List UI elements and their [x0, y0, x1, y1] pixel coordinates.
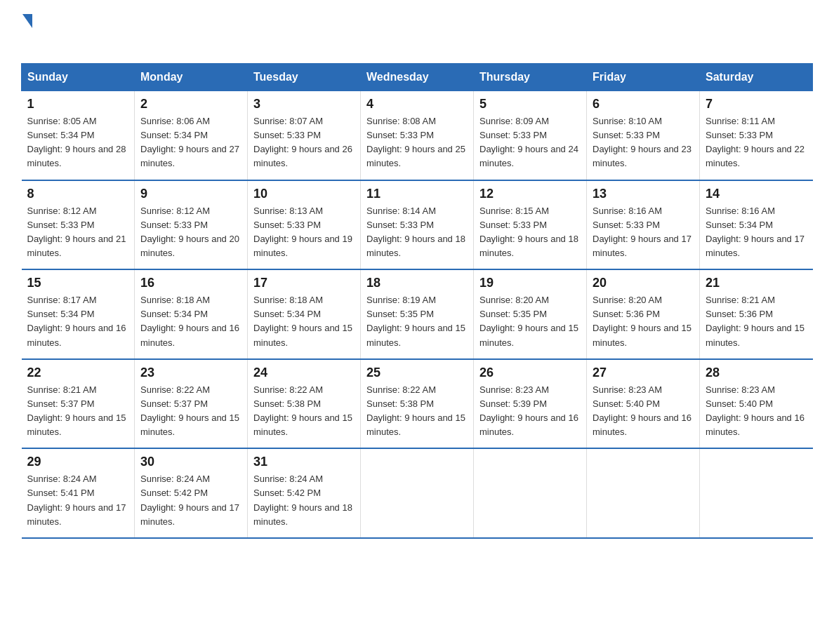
day-number: 19 [479, 276, 581, 290]
calendar-cell [700, 448, 813, 538]
day-number: 2 [140, 97, 241, 112]
day-info: Sunrise: 8:20 AMSunset: 5:35 PMDaylight:… [479, 293, 581, 350]
day-info: Sunrise: 8:06 AMSunset: 5:34 PMDaylight:… [140, 114, 241, 171]
day-number: 28 [706, 365, 807, 380]
calendar-cell: 4 Sunrise: 8:08 AMSunset: 5:33 PMDayligh… [361, 91, 474, 180]
header-col-thursday: Thursday [474, 64, 587, 91]
calendar-cell: 30 Sunrise: 8:24 AMSunset: 5:42 PMDaylig… [135, 448, 248, 538]
day-number: 8 [27, 187, 129, 201]
day-info: Sunrise: 8:22 AMSunset: 5:38 PMDaylight:… [253, 383, 355, 440]
day-info: Sunrise: 8:24 AMSunset: 5:41 PMDaylight:… [27, 472, 129, 529]
day-number: 11 [366, 187, 468, 201]
day-info: Sunrise: 8:21 AMSunset: 5:37 PMDaylight:… [27, 383, 129, 440]
calendar-cell: 13 Sunrise: 8:16 AMSunset: 5:33 PMDaylig… [587, 180, 700, 270]
day-info: Sunrise: 8:16 AMSunset: 5:34 PMDaylight:… [706, 204, 807, 261]
calendar-cell: 17 Sunrise: 8:18 AMSunset: 5:34 PMDaylig… [248, 269, 361, 359]
day-number: 15 [27, 276, 129, 290]
day-info: Sunrise: 8:05 AMSunset: 5:34 PMDaylight:… [27, 114, 129, 171]
day-number: 26 [479, 365, 581, 380]
day-number: 18 [366, 276, 468, 290]
header-col-wednesday: Wednesday [361, 64, 474, 91]
calendar-cell: 26 Sunrise: 8:23 AMSunset: 5:39 PMDaylig… [474, 359, 587, 449]
header-col-sunday: Sunday [22, 64, 135, 91]
day-info: Sunrise: 8:12 AMSunset: 5:33 PMDaylight:… [140, 204, 241, 261]
day-info: Sunrise: 8:18 AMSunset: 5:34 PMDaylight:… [253, 293, 355, 350]
calendar-week-row: 22 Sunrise: 8:21 AMSunset: 5:37 PMDaylig… [22, 359, 813, 449]
calendar-cell: 20 Sunrise: 8:20 AMSunset: 5:36 PMDaylig… [587, 269, 700, 359]
day-number: 20 [593, 276, 694, 290]
calendar-cell: 6 Sunrise: 8:10 AMSunset: 5:33 PMDayligh… [587, 91, 700, 180]
day-number: 24 [253, 365, 355, 380]
day-info: Sunrise: 8:16 AMSunset: 5:33 PMDaylight:… [593, 204, 694, 261]
day-number: 17 [253, 276, 355, 290]
day-number: 1 [27, 97, 129, 112]
day-info: Sunrise: 8:10 AMSunset: 5:33 PMDaylight:… [593, 114, 694, 171]
calendar-cell: 8 Sunrise: 8:12 AMSunset: 5:33 PMDayligh… [22, 180, 135, 270]
calendar-cell: 12 Sunrise: 8:15 AMSunset: 5:33 PMDaylig… [474, 180, 587, 270]
header-col-monday: Monday [135, 64, 248, 91]
calendar-cell: 1 Sunrise: 8:05 AMSunset: 5:34 PMDayligh… [22, 91, 135, 180]
calendar-cell: 5 Sunrise: 8:09 AMSunset: 5:33 PMDayligh… [474, 91, 587, 180]
day-info: Sunrise: 8:23 AMSunset: 5:40 PMDaylight:… [706, 383, 807, 440]
day-number: 10 [253, 187, 355, 201]
day-number: 9 [140, 187, 241, 201]
calendar-cell: 21 Sunrise: 8:21 AMSunset: 5:36 PMDaylig… [700, 269, 813, 359]
calendar-cell [587, 448, 700, 538]
day-number: 22 [27, 365, 129, 380]
day-number: 3 [253, 97, 355, 112]
day-info: Sunrise: 8:08 AMSunset: 5:33 PMDaylight:… [366, 114, 468, 171]
day-number: 13 [593, 187, 694, 201]
calendar-cell: 15 Sunrise: 8:17 AMSunset: 5:34 PMDaylig… [22, 269, 135, 359]
day-number: 27 [593, 365, 694, 380]
calendar-cell: 24 Sunrise: 8:22 AMSunset: 5:38 PMDaylig… [248, 359, 361, 449]
calendar-week-row: 29 Sunrise: 8:24 AMSunset: 5:41 PMDaylig… [22, 448, 813, 538]
day-info: Sunrise: 8:20 AMSunset: 5:36 PMDaylight:… [593, 293, 694, 350]
day-info: Sunrise: 8:18 AMSunset: 5:34 PMDaylight:… [140, 293, 241, 350]
day-info: Sunrise: 8:24 AMSunset: 5:42 PMDaylight:… [140, 472, 241, 529]
day-info: Sunrise: 8:12 AMSunset: 5:33 PMDaylight:… [27, 204, 129, 261]
calendar-cell: 16 Sunrise: 8:18 AMSunset: 5:34 PMDaylig… [135, 269, 248, 359]
day-info: Sunrise: 8:23 AMSunset: 5:40 PMDaylight:… [593, 383, 694, 440]
logo-triangle-icon [22, 14, 32, 28]
day-number: 30 [140, 455, 241, 469]
calendar-cell: 25 Sunrise: 8:22 AMSunset: 5:38 PMDaylig… [361, 359, 474, 449]
calendar-week-row: 8 Sunrise: 8:12 AMSunset: 5:33 PMDayligh… [22, 180, 813, 270]
day-number: 25 [366, 365, 468, 380]
logo [21, 14, 34, 51]
calendar-cell: 29 Sunrise: 8:24 AMSunset: 5:41 PMDaylig… [22, 448, 135, 538]
day-number: 21 [706, 276, 807, 290]
calendar-cell: 14 Sunrise: 8:16 AMSunset: 5:34 PMDaylig… [700, 180, 813, 270]
calendar-cell: 3 Sunrise: 8:07 AMSunset: 5:33 PMDayligh… [248, 91, 361, 180]
day-info: Sunrise: 8:11 AMSunset: 5:33 PMDaylight:… [706, 114, 807, 171]
day-number: 31 [253, 455, 355, 469]
day-number: 7 [706, 97, 807, 112]
day-info: Sunrise: 8:22 AMSunset: 5:37 PMDaylight:… [140, 383, 241, 440]
calendar-cell: 31 Sunrise: 8:24 AMSunset: 5:42 PMDaylig… [248, 448, 361, 538]
calendar-cell: 27 Sunrise: 8:23 AMSunset: 5:40 PMDaylig… [587, 359, 700, 449]
calendar-cell: 22 Sunrise: 8:21 AMSunset: 5:37 PMDaylig… [22, 359, 135, 449]
calendar-cell [474, 448, 587, 538]
day-info: Sunrise: 8:24 AMSunset: 5:42 PMDaylight:… [253, 472, 355, 529]
calendar-cell: 23 Sunrise: 8:22 AMSunset: 5:37 PMDaylig… [135, 359, 248, 449]
day-number: 29 [27, 455, 129, 469]
calendar-cell: 9 Sunrise: 8:12 AMSunset: 5:33 PMDayligh… [135, 180, 248, 270]
header-col-saturday: Saturday [700, 64, 813, 91]
calendar-cell: 28 Sunrise: 8:23 AMSunset: 5:40 PMDaylig… [700, 359, 813, 449]
day-info: Sunrise: 8:07 AMSunset: 5:33 PMDaylight:… [253, 114, 355, 171]
day-number: 6 [593, 97, 694, 112]
calendar-week-row: 15 Sunrise: 8:17 AMSunset: 5:34 PMDaylig… [22, 269, 813, 359]
day-info: Sunrise: 8:23 AMSunset: 5:39 PMDaylight:… [479, 383, 581, 440]
calendar-cell: 2 Sunrise: 8:06 AMSunset: 5:34 PMDayligh… [135, 91, 248, 180]
day-info: Sunrise: 8:13 AMSunset: 5:33 PMDaylight:… [253, 204, 355, 261]
day-info: Sunrise: 8:14 AMSunset: 5:33 PMDaylight:… [366, 204, 468, 261]
day-info: Sunrise: 8:19 AMSunset: 5:35 PMDaylight:… [366, 293, 468, 350]
day-number: 12 [479, 187, 581, 201]
day-info: Sunrise: 8:09 AMSunset: 5:33 PMDaylight:… [479, 114, 581, 171]
calendar-cell: 11 Sunrise: 8:14 AMSunset: 5:33 PMDaylig… [361, 180, 474, 270]
day-info: Sunrise: 8:15 AMSunset: 5:33 PMDaylight:… [479, 204, 581, 261]
calendar-cell [361, 448, 474, 538]
calendar-cell: 10 Sunrise: 8:13 AMSunset: 5:33 PMDaylig… [248, 180, 361, 270]
day-number: 16 [140, 276, 241, 290]
header-col-friday: Friday [587, 64, 700, 91]
day-number: 23 [140, 365, 241, 380]
